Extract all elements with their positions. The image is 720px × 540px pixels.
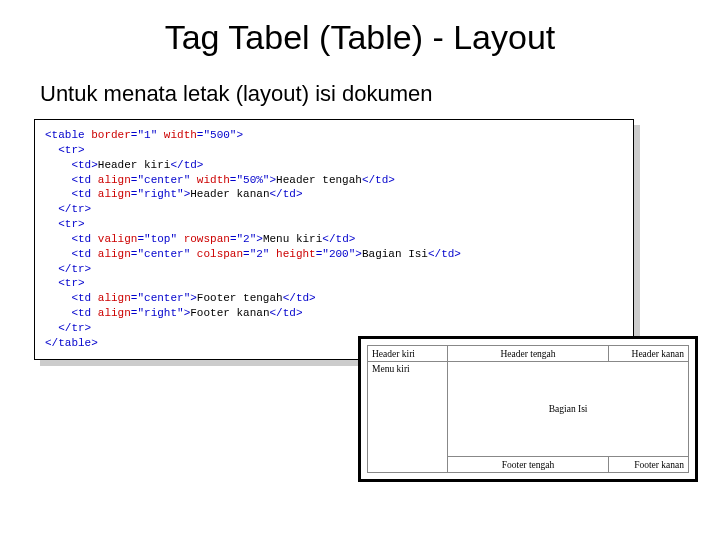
code-box: <table border="1" width="500"> <tr> <td>… xyxy=(34,119,634,360)
code-attr: align xyxy=(91,248,131,260)
code-tag: <tr> xyxy=(45,144,85,156)
code-tag: </tr> xyxy=(45,322,91,334)
code-val: "center" xyxy=(137,174,190,186)
cell-menu-left: Menu kiri xyxy=(368,362,448,473)
code-tag: <tr> xyxy=(45,277,85,289)
slide-subtitle: Untuk menata letak (layout) isi dokumen xyxy=(40,81,720,107)
code-attr: align xyxy=(91,307,131,319)
cell-header-left: Header kiri xyxy=(368,346,448,362)
code-val: "500" xyxy=(203,129,236,141)
code-text: Header kanan xyxy=(190,188,269,200)
code-text: Footer kanan xyxy=(190,307,269,319)
code-val: "right" xyxy=(137,307,183,319)
cell-header-center: Header tengah xyxy=(448,346,609,362)
code-val: "2" xyxy=(236,233,256,245)
code-tag: <td xyxy=(45,233,91,245)
code-tag: </td> xyxy=(269,307,302,319)
code-attr: align xyxy=(91,188,131,200)
code-val: "top" xyxy=(144,233,177,245)
code-tag: <td xyxy=(45,248,91,260)
code-tag: </tr> xyxy=(45,263,91,275)
code-attr: colspan xyxy=(190,248,243,260)
code-text: Header tengah xyxy=(276,174,362,186)
code-tag: > xyxy=(355,248,362,260)
rendered-table: Header kiri Header tengah Header kanan M… xyxy=(367,345,689,473)
code-tag: <td xyxy=(45,307,91,319)
code-attr: width xyxy=(190,174,230,186)
code-tag: <td xyxy=(45,292,91,304)
code-tag: </td> xyxy=(170,159,203,171)
code-attr: width xyxy=(157,129,197,141)
code-text: Header kiri xyxy=(98,159,171,171)
cell-header-right: Header kanan xyxy=(608,346,688,362)
code-tag: </td> xyxy=(283,292,316,304)
code-tag: > xyxy=(190,292,197,304)
code-val: "center" xyxy=(137,248,190,260)
code-eq: = xyxy=(243,248,250,260)
code-text: Footer tengah xyxy=(197,292,283,304)
code-attr: height xyxy=(269,248,315,260)
code-tag: <td xyxy=(45,188,91,200)
code-tag: <tr> xyxy=(45,218,85,230)
code-val: "1" xyxy=(137,129,157,141)
code-attr: rowspan xyxy=(177,233,230,245)
code-tag: </td> xyxy=(322,233,355,245)
code-text: Menu kiri xyxy=(263,233,322,245)
code-val: "50%" xyxy=(236,174,269,186)
code-tag: </tr> xyxy=(45,203,91,215)
code-val: "center" xyxy=(137,292,190,304)
code-attr: align xyxy=(91,292,131,304)
code-tag: </table> xyxy=(45,337,98,349)
cell-footer-right: Footer kanan xyxy=(608,457,688,473)
code-val: "right" xyxy=(137,188,183,200)
cell-content: Bagian Isi xyxy=(448,362,689,457)
code-tag: </td> xyxy=(428,248,461,260)
cell-footer-center: Footer tengah xyxy=(448,457,609,473)
code-tag: > xyxy=(256,233,263,245)
table-row: Header kiri Header tengah Header kanan xyxy=(368,346,689,362)
code-tag: <td xyxy=(45,174,91,186)
code-tag: > xyxy=(236,129,243,141)
table-row: Menu kiri Bagian Isi xyxy=(368,362,689,457)
code-example-region: <table border="1" width="500"> <tr> <td>… xyxy=(34,119,634,360)
code-attr: align xyxy=(91,174,131,186)
code-text: Bagian Isi xyxy=(362,248,428,260)
code-attr: valign xyxy=(91,233,137,245)
code-tag: </td> xyxy=(269,188,302,200)
slide-title: Tag Tabel (Table) - Layout xyxy=(0,18,720,57)
code-val: "2" xyxy=(250,248,270,260)
rendered-output-box: Header kiri Header tengah Header kanan M… xyxy=(358,336,698,482)
code-tag: <td> xyxy=(45,159,98,171)
code-attr: border xyxy=(85,129,131,141)
code-tag: </td> xyxy=(362,174,395,186)
code-val: "200" xyxy=(322,248,355,260)
code-tag: <table xyxy=(45,129,85,141)
